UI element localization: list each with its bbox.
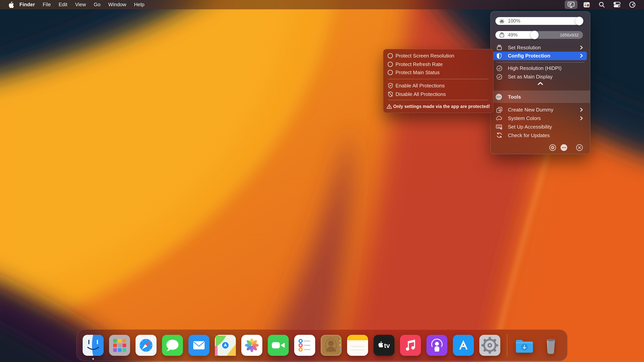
menu-row-label: Check for Updates	[508, 133, 550, 138]
dock-photos[interactable]	[241, 335, 262, 356]
check-circle-icon	[496, 65, 503, 72]
dock-trash[interactable]	[540, 335, 561, 356]
ui-scale-slider[interactable]: 49% 1656x932	[496, 31, 583, 39]
submenu-row-disable-all-protections[interactable]: Disable All Protections	[384, 90, 493, 98]
dock: tv	[76, 329, 568, 361]
finder-running-indicator	[92, 358, 94, 360]
settings-gear-button[interactable]	[549, 144, 556, 151]
dock-music[interactable]	[400, 335, 421, 356]
dock-contacts[interactable]	[321, 335, 342, 356]
check-circle-icon	[496, 73, 503, 80]
circle-unchecked-icon	[387, 61, 394, 67]
menu-row-setup-accessibility[interactable]: Set Up Accessibility	[491, 123, 590, 131]
keyboard-badge-icon	[496, 123, 503, 130]
dock-finder[interactable]	[83, 335, 104, 356]
submenu-row-protect-main-status[interactable]: Protect Main Status	[384, 68, 493, 76]
chevron-up-icon	[538, 82, 543, 85]
display-resolution-icon	[496, 44, 503, 51]
brightness-slider-label-group: 100%	[496, 17, 583, 25]
dock-notes[interactable]	[347, 335, 368, 356]
menu-bar-status-area	[565, 0, 644, 9]
submenu-row-label: Protect Screen Resolution	[396, 53, 454, 59]
close-menu-button[interactable]	[576, 144, 583, 151]
control-center-icon[interactable]	[610, 0, 624, 9]
dock-facetime[interactable]	[268, 335, 289, 356]
submenu-row-protect-screen-resolution[interactable]: Protect Screen Resolution	[384, 52, 493, 60]
chevron-right-icon	[580, 54, 584, 58]
ui-scale-value: 49%	[508, 32, 518, 38]
menu-row-label: High Resolution (HiDPI)	[508, 65, 562, 71]
submenu-separator	[388, 79, 488, 79]
menu-item-view[interactable]: View	[71, 0, 90, 9]
dock-safari[interactable]	[136, 335, 156, 356]
resolution-label: 1656x932	[560, 31, 579, 39]
dock-system-settings[interactable]	[479, 335, 500, 356]
clock-icon[interactable]	[626, 0, 638, 9]
circle-ellipsis-icon	[496, 93, 502, 100]
dock-launchpad[interactable]	[109, 335, 130, 356]
plus-squares-icon	[496, 106, 503, 113]
collapse-menu-button[interactable]	[491, 82, 590, 85]
brightness-slider[interactable]: 100%	[496, 17, 583, 25]
dock-maps[interactable]	[215, 335, 236, 356]
circle-unchecked-icon	[387, 69, 394, 76]
warning-triangle-icon	[386, 104, 392, 109]
dock-separator	[507, 334, 507, 357]
menu-item-file[interactable]: File	[39, 0, 55, 9]
dock-mail[interactable]	[188, 335, 210, 356]
submenu-row-label: Protect Main Status	[396, 69, 440, 75]
chevron-right-icon	[580, 108, 584, 112]
shield-icon	[496, 52, 503, 59]
menu-row-high-resolution[interactable]: High Resolution (HiDPI)	[491, 64, 590, 72]
more-options-button[interactable]	[560, 144, 568, 151]
menu-row-label: Set Resolution	[508, 45, 541, 51]
menu-item-go[interactable]: Go	[90, 0, 104, 9]
config-protection-submenu: Protect Screen Resolution Protect Refres…	[383, 49, 494, 113]
menu-item-help[interactable]: Help	[130, 0, 148, 9]
display-menu-popover: 100% 49% 1656x932 Set Resolution	[490, 11, 590, 154]
circle-unchecked-icon	[387, 52, 394, 59]
display-scale-icon	[499, 32, 505, 38]
shield-slash-icon	[387, 91, 394, 97]
dock-reminders[interactable]	[294, 335, 315, 356]
display-settings-menu-icon[interactable]	[565, 0, 578, 9]
dock-podcasts[interactable]	[426, 335, 448, 356]
desktop: Finder File Edit View Go Window Help	[0, 0, 644, 362]
menu-row-check-for-updates[interactable]: Check for Updates	[491, 131, 590, 140]
menu-row-set-main-display[interactable]: Set as Main Display	[491, 73, 590, 81]
menu-bar-left: Finder File Edit View Go Window Help	[0, 0, 148, 9]
brightness-value: 100%	[508, 18, 520, 24]
menu-row-config-protection[interactable]: Config Protection	[493, 52, 587, 60]
menu-row-label: Set Up Accessibility	[508, 124, 552, 130]
brightness-slider-knob[interactable]	[575, 17, 583, 25]
menu-item-window[interactable]: Window	[104, 0, 130, 9]
menu-item-app[interactable]: Finder	[16, 0, 39, 9]
dock-app-store[interactable]	[453, 335, 474, 356]
submenu-warning-text: Only settings made via the app are prote…	[393, 104, 490, 109]
dock-messages[interactable]	[162, 335, 183, 356]
svg-text:tv: tv	[384, 342, 390, 349]
menu-row-set-resolution[interactable]: Set Resolution	[491, 43, 590, 52]
refresh-icon	[496, 132, 503, 139]
menu-row-system-colors[interactable]: System Colors	[491, 114, 590, 122]
shield-check-icon	[387, 82, 394, 89]
submenu-separator	[388, 100, 488, 100]
spotlight-icon[interactable]	[596, 0, 608, 9]
menu-row-create-new-dummy[interactable]: Create New Dummy	[491, 106, 590, 114]
apple-menu-icon[interactable]	[8, 1, 14, 8]
submenu-row-label: Protect Refresh Rate	[396, 61, 443, 67]
chevron-right-icon	[580, 46, 584, 50]
menu-row-label: Config Protection	[508, 53, 550, 59]
dock-downloads-folder[interactable]	[514, 335, 535, 356]
brightness-icon	[499, 18, 505, 24]
cloud-paint-icon	[496, 115, 503, 122]
dock-tv[interactable]: tv	[374, 335, 394, 356]
submenu-row-label: Disable All Protections	[396, 91, 446, 97]
submenu-row-protect-refresh-rate[interactable]: Protect Refresh Rate	[384, 60, 493, 68]
submenu-row-enable-all-protections[interactable]: Enable All Protections	[384, 82, 493, 90]
window-shortcuts-menu-icon[interactable]	[580, 0, 593, 9]
menu-bar: Finder File Edit View Go Window Help	[0, 0, 644, 9]
tools-section-label: Tools	[508, 94, 521, 100]
menu-row-label: System Colors	[508, 115, 541, 121]
menu-item-edit[interactable]: Edit	[55, 0, 71, 9]
